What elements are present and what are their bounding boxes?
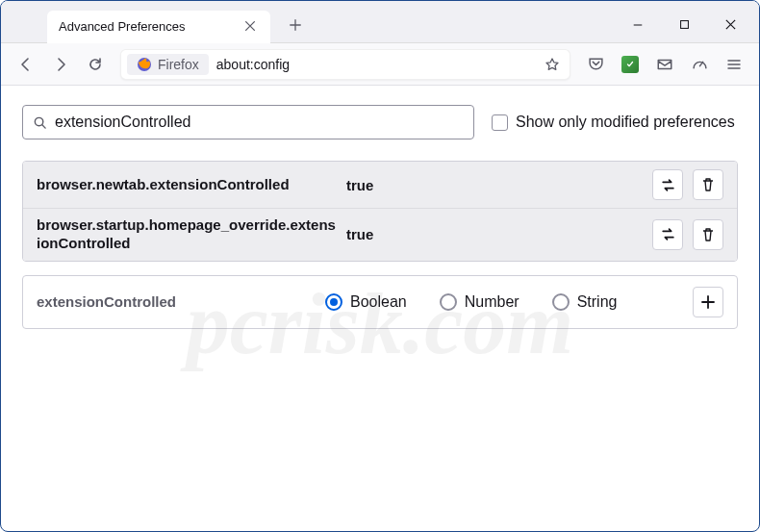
checkbox-label-text: Show only modified preferences [516, 114, 735, 131]
url-bar[interactable]: Firefox about:config [120, 49, 570, 80]
radio-label: Boolean [350, 293, 407, 311]
delete-button[interactable] [693, 219, 723, 250]
pref-value: true [346, 177, 643, 193]
new-tab-button[interactable] [282, 12, 309, 38]
extension-icon[interactable] [615, 49, 646, 80]
add-pref-name: extensionControlled [37, 293, 316, 310]
close-window-button[interactable] [721, 15, 740, 35]
browser-tab[interactable]: Advanced Preferences [47, 11, 270, 43]
type-radios: Boolean Number String [325, 293, 683, 311]
search-icon [33, 115, 47, 130]
radio-string[interactable]: String [552, 293, 618, 311]
radio-icon [440, 293, 457, 311]
toggle-button[interactable] [652, 219, 683, 250]
radio-label: String [577, 293, 618, 311]
add-pref-row: extensionControlled Boolean Number Strin… [23, 276, 737, 328]
search-box[interactable] [22, 105, 474, 139]
toggle-button[interactable] [652, 169, 683, 200]
window-controls [628, 10, 759, 35]
checkbox-icon [492, 114, 508, 131]
url-text: about:config [209, 57, 290, 72]
identity-label: Firefox [158, 57, 199, 72]
radio-icon [325, 293, 342, 311]
reload-button[interactable] [80, 49, 111, 80]
content-area: Show only modified preferences browser.n… [1, 86, 759, 348]
radio-boolean[interactable]: Boolean [325, 293, 407, 311]
search-input[interactable] [55, 114, 464, 131]
radio-number[interactable]: Number [440, 293, 519, 311]
forward-button[interactable] [45, 49, 76, 80]
mail-icon[interactable] [649, 49, 680, 80]
close-tab-icon[interactable] [243, 19, 259, 35]
radio-label: Number [465, 293, 519, 311]
toolbar: Firefox about:config [1, 43, 759, 86]
titlebar: Advanced Preferences [1, 1, 759, 43]
dashboard-icon[interactable] [684, 49, 715, 80]
delete-button[interactable] [693, 169, 723, 200]
pocket-icon[interactable] [580, 49, 611, 80]
pref-name: browser.startup.homepage_override.extens… [37, 216, 337, 253]
firefox-logo-icon [137, 57, 152, 72]
pref-row[interactable]: browser.startup.homepage_override.extens… [23, 208, 737, 261]
svg-rect-0 [680, 21, 688, 29]
maximize-button[interactable] [674, 15, 694, 35]
minimize-button[interactable] [628, 15, 647, 35]
identity-box[interactable]: Firefox [127, 54, 209, 75]
show-modified-checkbox[interactable]: Show only modified preferences [492, 114, 735, 131]
tab-title: Advanced Preferences [59, 19, 186, 34]
radio-icon [552, 293, 570, 311]
pref-name: browser.newtab.extensionControlled [37, 176, 337, 194]
pref-value: true [346, 226, 643, 242]
add-pref-table: extensionControlled Boolean Number Strin… [22, 275, 738, 329]
prefs-table: browser.newtab.extensionControlled true … [22, 161, 738, 262]
add-button[interactable] [693, 287, 723, 317]
search-row: Show only modified preferences [22, 105, 738, 139]
menu-button[interactable] [719, 49, 749, 80]
back-button[interactable] [11, 49, 41, 80]
bookmark-star-icon[interactable] [541, 57, 564, 72]
pref-row[interactable]: browser.newtab.extensionControlled true [23, 162, 737, 208]
